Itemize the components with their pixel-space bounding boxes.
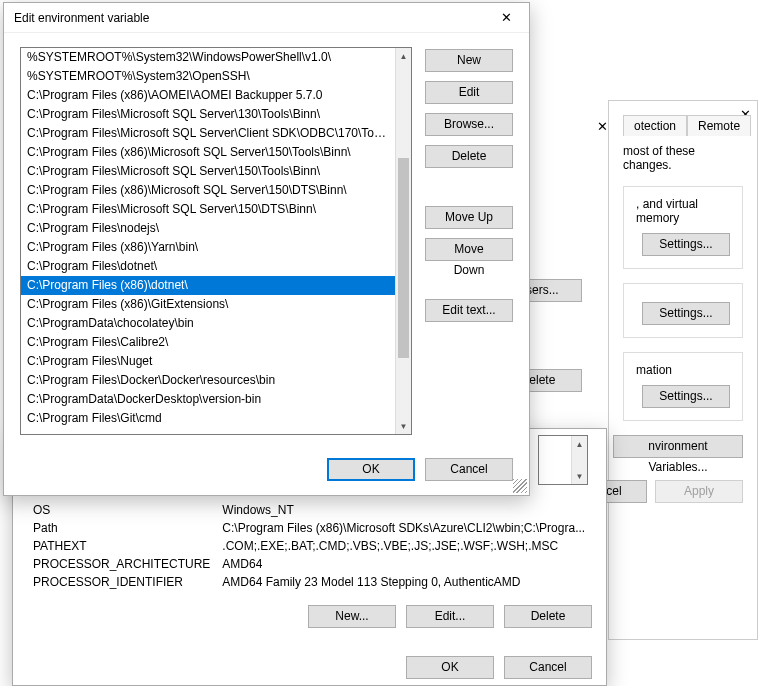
- apply-button: Apply: [655, 480, 743, 503]
- var-value: AMD64 Family 23 Model 113 Stepping 0, Au…: [216, 573, 592, 591]
- close-button[interactable]: [483, 3, 529, 33]
- var-value: .COM;.EXE;.BAT;.CMD;.VBS;.VBE;.JS;.JSE;.…: [216, 537, 592, 555]
- table-row[interactable]: PROCESSOR_ARCHITECTUREAMD64: [27, 555, 592, 573]
- ok-button[interactable]: OK: [406, 656, 494, 679]
- scroll-down-icon[interactable]: ▼: [396, 418, 411, 434]
- var-value: C:\Program Files (x86)\Microsoft SDKs\Az…: [216, 519, 592, 537]
- var-name: PROCESSOR_IDENTIFIER: [27, 573, 216, 591]
- path-listbox[interactable]: %SYSTEMROOT%\System32\WindowsPowerShell\…: [20, 47, 412, 435]
- table-row[interactable]: OSWindows_NT: [27, 501, 592, 519]
- scroll-up-icon[interactable]: ▲: [572, 436, 587, 452]
- path-list-item[interactable]: C:\Program Files (x86)\GitExtensions\: [21, 295, 395, 314]
- path-list-item[interactable]: C:\Program Files\Nuget: [21, 352, 395, 371]
- path-list-item[interactable]: C:\Program Files\Microsoft SQL Server\Cl…: [21, 124, 395, 143]
- system-properties-window: otection Remote most of these changes. ,…: [608, 100, 758, 640]
- settings-button-perf[interactable]: Settings...: [642, 233, 730, 256]
- path-list-item[interactable]: C:\Program Files\dotnet\: [21, 257, 395, 276]
- user-vars-listbox[interactable]: ▲ ▼: [538, 435, 588, 485]
- scroll-down-icon[interactable]: ▼: [572, 468, 587, 484]
- edit-button[interactable]: Edit: [425, 81, 513, 104]
- path-list-item[interactable]: C:\Program Files\Microsoft SQL Server\15…: [21, 162, 395, 181]
- settings-button-startup[interactable]: Settings...: [642, 385, 730, 408]
- var-value: AMD64: [216, 555, 592, 573]
- move-up-button[interactable]: Move Up: [425, 206, 513, 229]
- path-list-item[interactable]: C:\Program Files (x86)\Yarn\bin\: [21, 238, 395, 257]
- cancel-button[interactable]: Cancel: [504, 656, 592, 679]
- new-button[interactable]: New...: [308, 605, 396, 628]
- browse-button[interactable]: Browse...: [425, 113, 513, 136]
- path-list-item[interactable]: C:\Program Files (x86)\Microsoft SQL Ser…: [21, 181, 395, 200]
- x-glyph: [597, 119, 608, 134]
- scrollbar[interactable]: ▲ ▼: [395, 48, 411, 434]
- scrollbar[interactable]: ▲ ▼: [571, 436, 587, 484]
- path-list-item[interactable]: %SYSTEMROOT%\System32\WindowsPowerShell\…: [21, 48, 395, 67]
- table-row[interactable]: PATHEXT.COM;.EXE;.BAT;.CMD;.VBS;.VBE;.JS…: [27, 537, 592, 555]
- path-list-item[interactable]: C:\Program Files (x86)\Microsoft SQL Ser…: [21, 143, 395, 162]
- table-row[interactable]: PathC:\Program Files (x86)\Microsoft SDK…: [27, 519, 592, 537]
- settings-button-profiles[interactable]: Settings...: [642, 302, 730, 325]
- path-list-item[interactable]: C:\Program Files\Microsoft SQL Server\15…: [21, 200, 395, 219]
- path-list-item[interactable]: C:\Program Files\Microsoft SQL Server\13…: [21, 105, 395, 124]
- path-list-item[interactable]: C:\Program Files\Calibre2\: [21, 333, 395, 352]
- var-name: PROCESSOR_ARCHITECTURE: [27, 555, 216, 573]
- path-list-item[interactable]: %SYSTEMROOT%\System32\OpenSSH\: [21, 67, 395, 86]
- scroll-up-icon[interactable]: ▲: [396, 48, 411, 64]
- table-row[interactable]: PROCESSOR_IDENTIFIERAMD64 Family 23 Mode…: [27, 573, 592, 591]
- path-list-item[interactable]: C:\Program Files (x86)\AOMEI\AOMEI Backu…: [21, 86, 395, 105]
- move-down-button[interactable]: Move Down: [425, 238, 513, 261]
- delete-button[interactable]: Delete: [504, 605, 592, 628]
- var-name: PATHEXT: [27, 537, 216, 555]
- titlebar: Edit environment variable: [4, 3, 529, 33]
- path-list-item[interactable]: C:\Program Files\Docker\Docker\resources…: [21, 371, 395, 390]
- var-value: Windows_NT: [216, 501, 592, 519]
- env-vars-button[interactable]: nvironment Variables...: [613, 435, 743, 458]
- delete-button[interactable]: Delete: [425, 145, 513, 168]
- window-title: Edit environment variable: [14, 11, 149, 25]
- startup-label: mation: [636, 363, 730, 377]
- tab-remote[interactable]: Remote: [687, 115, 751, 136]
- admin-note: most of these changes.: [623, 144, 743, 172]
- var-name: OS: [27, 501, 216, 519]
- side-button-column: New Edit Browse... Delete Move Up Move D…: [425, 49, 513, 322]
- close-icon: [501, 10, 512, 25]
- edit-text-button[interactable]: Edit text...: [425, 299, 513, 322]
- edit-button[interactable]: Edit...: [406, 605, 494, 628]
- tab-strip: otection Remote: [623, 115, 743, 136]
- new-button[interactable]: New: [425, 49, 513, 72]
- tab-protection[interactable]: otection: [623, 115, 687, 136]
- edit-env-var-window: Edit environment variable %SYSTEMROOT%\S…: [3, 2, 530, 496]
- system-vars-table[interactable]: OSWindows_NTPathC:\Program Files (x86)\M…: [27, 501, 592, 591]
- path-list-item[interactable]: C:\Program Files\Git\cmd: [21, 409, 395, 428]
- ok-button[interactable]: OK: [327, 458, 415, 481]
- path-list-item[interactable]: C:\ProgramData\DockerDesktop\version-bin: [21, 390, 395, 409]
- perf-label: , and virtual memory: [636, 197, 730, 225]
- path-list-item[interactable]: C:\Program Files\nodejs\: [21, 219, 395, 238]
- path-list-item[interactable]: C:\Program Files (x86)\dotnet\: [21, 276, 395, 295]
- scroll-thumb[interactable]: [398, 158, 409, 358]
- path-list-item[interactable]: C:\ProgramData\chocolatey\bin: [21, 314, 395, 333]
- cancel-button[interactable]: Cancel: [425, 458, 513, 481]
- resize-grip-icon[interactable]: [513, 479, 527, 493]
- var-name: Path: [27, 519, 216, 537]
